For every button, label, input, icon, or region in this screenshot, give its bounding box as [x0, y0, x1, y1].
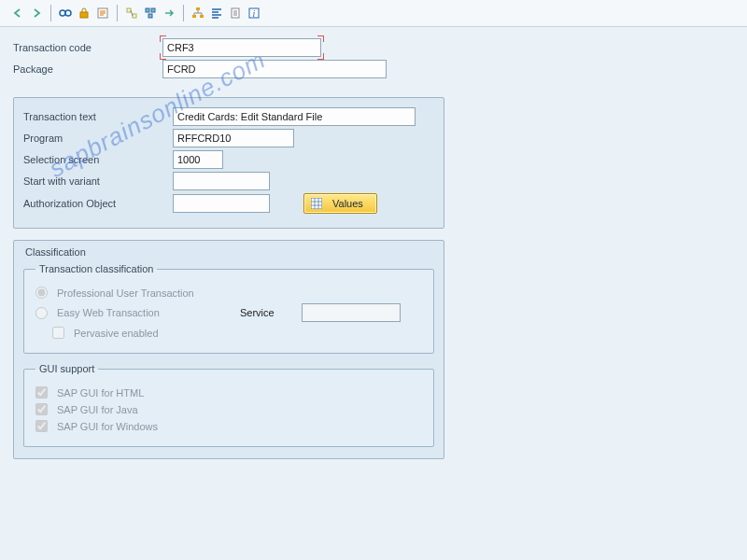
variant-input[interactable]	[173, 172, 270, 190]
align-icon[interactable]	[208, 5, 225, 21]
values-button-label: Values	[332, 198, 363, 209]
tcode-label: Transaction code	[13, 42, 162, 53]
checkbox-gui-java-label: SAP GUI for Java	[57, 404, 138, 415]
toolbar: i	[0, 0, 747, 27]
selection-screen-label: Selection screen	[23, 154, 173, 165]
selection-screen-input[interactable]	[173, 150, 223, 169]
transaction-classification-group: Transaction classification Professional …	[23, 263, 434, 354]
radio-easy-web	[35, 307, 48, 319]
radio-easy-web-label: Easy Web Transaction	[57, 307, 234, 318]
svg-rect-4	[127, 8, 131, 12]
values-button[interactable]: Values	[303, 193, 377, 214]
lock-icon[interactable]	[76, 5, 92, 21]
svg-rect-11	[200, 15, 204, 18]
info-icon[interactable]: i	[246, 5, 262, 21]
checkbox-gui-windows	[35, 420, 48, 432]
separator	[117, 5, 118, 21]
svg-rect-9	[196, 7, 200, 10]
checkbox-pervasive	[52, 327, 64, 339]
gui-support-legend: GUI support	[35, 363, 98, 374]
object-list-icon[interactable]	[142, 5, 159, 21]
gui-support-group: GUI support SAP GUI for HTML SAP GUI for…	[23, 363, 434, 447]
classification-title: Classification	[25, 246, 434, 258]
svg-point-0	[60, 10, 65, 16]
transaction-text-label: Transaction text	[23, 111, 173, 122]
where-used-icon[interactable]	[123, 5, 140, 21]
svg-rect-2	[80, 12, 88, 18]
auth-object-label: Authorization Object	[23, 198, 173, 209]
hierarchy-icon[interactable]	[190, 5, 206, 21]
checkbox-gui-html-label: SAP GUI for HTML	[57, 387, 144, 399]
service-input	[302, 303, 401, 322]
auth-object-input[interactable]	[173, 194, 270, 213]
program-label: Program	[23, 133, 173, 144]
svg-rect-5	[133, 14, 136, 18]
service-label: Service	[240, 307, 296, 318]
svg-rect-10	[192, 15, 196, 18]
radio-professional-label: Professional User Transaction	[57, 287, 194, 299]
classification-panel: Classification Transaction classificatio…	[13, 240, 444, 459]
edit-icon[interactable]	[94, 5, 111, 21]
package-input[interactable]	[162, 60, 387, 78]
svg-text:i: i	[253, 8, 256, 19]
checkbox-gui-java	[35, 403, 48, 415]
details-panel: Transaction text Program Selection scree…	[13, 97, 444, 229]
transaction-classification-legend: Transaction classification	[35, 263, 157, 274]
display-icon[interactable]	[57, 5, 74, 21]
package-label: Package	[13, 63, 162, 75]
separator	[50, 5, 51, 21]
checkbox-pervasive-label: Pervasive enabled	[74, 328, 159, 339]
radio-professional	[35, 287, 48, 299]
svg-rect-8	[148, 14, 152, 18]
svg-rect-15	[311, 198, 322, 209]
doc-icon[interactable]	[227, 5, 244, 21]
back-icon[interactable]	[9, 5, 26, 21]
navigate-icon[interactable]	[161, 5, 177, 21]
svg-rect-7	[151, 8, 155, 12]
program-input[interactable]	[173, 129, 294, 147]
forward-icon[interactable]	[28, 5, 45, 21]
tcode-input[interactable]	[162, 38, 321, 57]
checkbox-gui-html	[35, 386, 48, 399]
checkbox-gui-windows-label: SAP GUI for Windows	[57, 421, 158, 432]
separator	[183, 5, 184, 21]
svg-rect-6	[146, 8, 149, 12]
transaction-text-input[interactable]	[173, 107, 416, 126]
variant-label: Start with variant	[23, 175, 173, 187]
header-fields: Transaction code Package	[13, 38, 734, 78]
values-grid-icon	[310, 197, 323, 210]
svg-point-1	[65, 10, 71, 16]
